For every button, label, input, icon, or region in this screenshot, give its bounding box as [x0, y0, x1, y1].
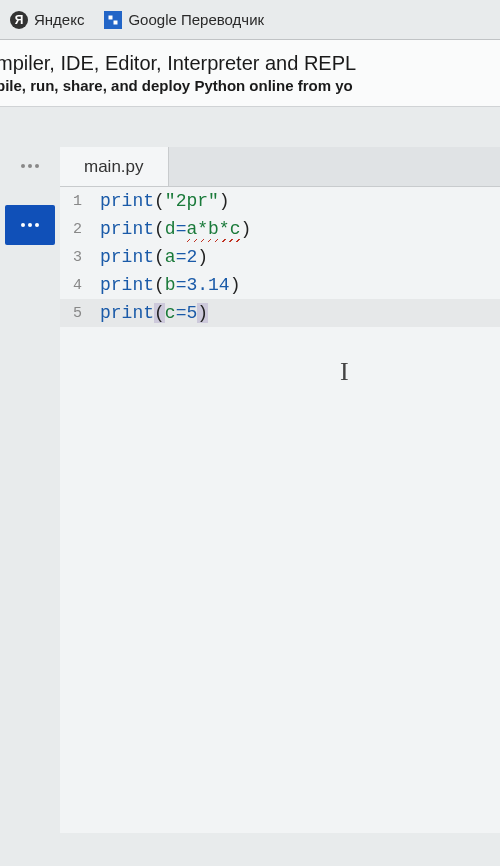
code-content: print(c=5) — [100, 303, 500, 323]
bookmark-label: Google Переводчик — [128, 11, 264, 28]
bookmarks-bar: Я Яндекс Google Переводчик — [0, 0, 500, 40]
line-number: 3 — [60, 249, 100, 266]
line-number: 5 — [60, 305, 100, 322]
code-line[interactable]: 5print(c=5) — [60, 299, 500, 327]
bookmark-label: Яндекс — [34, 11, 84, 28]
code-content: print("2pr") — [100, 191, 500, 211]
code-line[interactable]: 3print(a=2) — [60, 243, 500, 271]
code-line[interactable]: 1print("2pr") — [60, 187, 500, 215]
ide-container: main.py 1print("2pr")2print(d=a*b*c)3pri… — [0, 147, 500, 833]
line-number: 4 — [60, 277, 100, 294]
code-content: print(b=3.14) — [100, 275, 500, 295]
code-editor[interactable]: 1print("2pr")2print(d=a*b*c)3print(a=2)4… — [60, 187, 500, 833]
files-button[interactable] — [5, 205, 55, 245]
ide-sidebar — [0, 147, 60, 833]
code-content: print(d=a*b*c) — [100, 219, 500, 239]
line-number: 2 — [60, 221, 100, 238]
page-title: mpiler, IDE, Editor, Interpreter and REP… — [0, 52, 500, 75]
code-line[interactable]: 2print(d=a*b*c) — [60, 215, 500, 243]
line-number: 1 — [60, 193, 100, 210]
more-options-icon[interactable] — [21, 154, 39, 178]
tab-label: main.py — [84, 157, 144, 177]
ibeam-cursor-icon: I — [340, 357, 349, 387]
yandex-icon: Я — [10, 11, 28, 29]
code-content: print(a=2) — [100, 247, 500, 267]
page-header: mpiler, IDE, Editor, Interpreter and REP… — [0, 40, 500, 107]
code-line[interactable]: 4print(b=3.14) — [60, 271, 500, 299]
bookmark-google-translate[interactable]: Google Переводчик — [104, 11, 264, 29]
dots-icon — [21, 223, 39, 227]
page-subtitle: pile, run, share, and deploy Python onli… — [0, 77, 500, 94]
tab-main-py[interactable]: main.py — [60, 147, 169, 186]
google-translate-icon — [104, 11, 122, 29]
bookmark-yandex[interactable]: Я Яндекс — [10, 11, 84, 29]
tab-bar: main.py — [60, 147, 500, 187]
editor-area: main.py 1print("2pr")2print(d=a*b*c)3pri… — [60, 147, 500, 833]
